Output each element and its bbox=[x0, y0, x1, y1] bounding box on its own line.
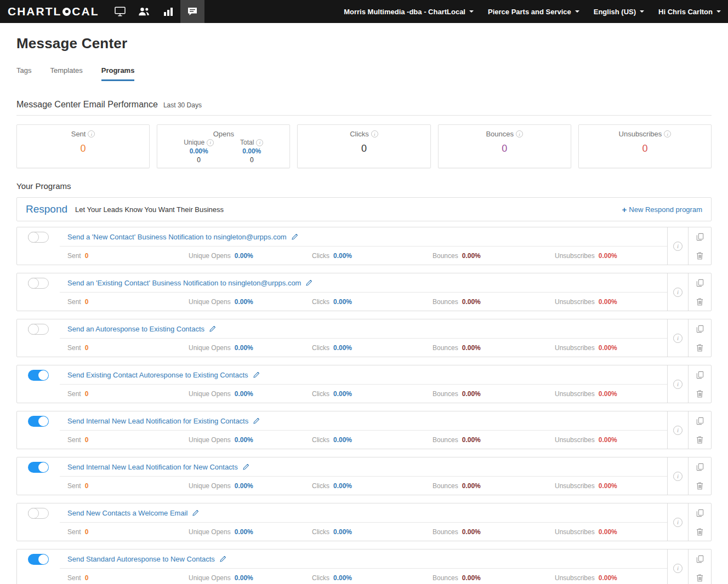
info-icon[interactable]: i bbox=[207, 139, 214, 146]
bounces-value: 0.00% bbox=[462, 528, 481, 536]
program-toggle-cell bbox=[17, 411, 60, 449]
unique-opens-label: Unique Opens bbox=[189, 574, 231, 582]
program-main: Send Existing Contact Autoresponse to Ex… bbox=[60, 365, 668, 403]
program-list: Send a 'New Contact' Business Notificati… bbox=[16, 227, 712, 584]
new-respond-program-button[interactable]: +New Respond program bbox=[622, 205, 702, 214]
unique-opens-label: Unique Opens bbox=[189, 252, 231, 260]
trash-icon[interactable] bbox=[696, 251, 703, 260]
trash-icon[interactable] bbox=[696, 343, 703, 352]
tab-tags[interactable]: Tags bbox=[16, 66, 31, 81]
company-menu[interactable]: Morris Multimedia -dba - ChartLocal bbox=[337, 8, 481, 16]
trash-icon[interactable] bbox=[696, 390, 703, 398]
edit-pencil-icon[interactable] bbox=[291, 233, 298, 241]
info-icon[interactable]: i bbox=[673, 288, 682, 297]
copy-icon[interactable] bbox=[696, 279, 704, 287]
info-icon[interactable]: i bbox=[516, 130, 523, 138]
program-title-link[interactable]: Send Internal New Lead Notification for … bbox=[67, 417, 248, 425]
bounces-card-label: Bounces bbox=[486, 130, 514, 138]
edit-pencil-icon[interactable] bbox=[242, 463, 249, 471]
copy-icon[interactable] bbox=[696, 463, 704, 471]
info-icon[interactable]: i bbox=[673, 334, 682, 343]
respond-subtitle: Let Your Leads Know You Want Their Busin… bbox=[75, 205, 224, 214]
tab-templates[interactable]: Templates bbox=[50, 66, 82, 81]
clicks-label: Clicks bbox=[312, 482, 329, 490]
program-toggle[interactable] bbox=[28, 232, 49, 243]
users-icon[interactable] bbox=[132, 0, 156, 23]
program-title-link[interactable]: Send a 'New Contact' Business Notificati… bbox=[67, 233, 287, 241]
edit-pencil-icon[interactable] bbox=[192, 509, 199, 517]
edit-pencil-icon[interactable] bbox=[219, 556, 226, 563]
info-icon[interactable]: i bbox=[256, 139, 263, 146]
clicks-label: Clicks bbox=[312, 298, 329, 306]
nav-icon-bar bbox=[108, 0, 204, 23]
unique-opens-value: 0.00% bbox=[235, 436, 253, 444]
sent-value: 0 bbox=[85, 574, 89, 582]
program-toggle-cell bbox=[17, 457, 60, 495]
toggle-knob bbox=[28, 508, 39, 519]
location-menu[interactable]: Pierce Parts and Service bbox=[481, 8, 587, 16]
program-toggle[interactable] bbox=[28, 324, 49, 335]
info-icon[interactable]: i bbox=[664, 130, 671, 138]
edit-pencil-icon[interactable] bbox=[305, 279, 312, 287]
info-icon[interactable]: i bbox=[673, 564, 682, 573]
copy-icon[interactable] bbox=[696, 555, 704, 563]
clicks-value: 0.00% bbox=[333, 482, 352, 490]
copy-icon[interactable] bbox=[696, 325, 704, 333]
edit-pencil-icon[interactable] bbox=[253, 417, 260, 425]
program-toggle[interactable] bbox=[28, 462, 49, 473]
bar-chart-icon[interactable] bbox=[156, 0, 180, 23]
program-title-link[interactable]: Send Internal New Lead Notification for … bbox=[67, 463, 238, 471]
program-title-link[interactable]: Send an Autoresponse to Existing Contact… bbox=[67, 325, 204, 333]
trash-icon[interactable] bbox=[696, 574, 703, 582]
language-menu[interactable]: English (US) bbox=[587, 8, 651, 16]
chartlocal-logo[interactable]: CHARTLCAL bbox=[0, 0, 108, 23]
copy-icon[interactable] bbox=[696, 371, 704, 379]
program-row: Send an 'Existing Contact' Business Noti… bbox=[16, 273, 712, 311]
copy-icon[interactable] bbox=[696, 233, 704, 241]
bounces-label: Bounces bbox=[433, 344, 458, 352]
info-icon[interactable]: i bbox=[88, 130, 95, 138]
info-icon[interactable]: i bbox=[371, 130, 378, 138]
trash-icon[interactable] bbox=[696, 528, 703, 536]
program-toggle[interactable] bbox=[28, 278, 49, 289]
trash-icon[interactable] bbox=[696, 436, 703, 444]
edit-pencil-icon[interactable] bbox=[209, 325, 216, 333]
unique-opens-value: 0.00% bbox=[235, 390, 253, 398]
program-toggle[interactable] bbox=[28, 370, 49, 381]
clicks-label: Clicks bbox=[312, 436, 329, 444]
program-toggle[interactable] bbox=[28, 508, 49, 519]
logo-text-right: CAL bbox=[72, 5, 99, 18]
program-title-link[interactable]: Send Standard Autoresponse to New Contac… bbox=[67, 555, 215, 563]
info-icon[interactable]: i bbox=[673, 242, 682, 251]
clicks-value: 0.00% bbox=[333, 436, 352, 444]
tab-programs[interactable]: Programs bbox=[101, 66, 135, 81]
info-icon[interactable]: i bbox=[673, 380, 682, 389]
program-toggle[interactable] bbox=[28, 554, 49, 565]
copy-icon[interactable] bbox=[696, 509, 704, 517]
bounces-label: Bounces bbox=[433, 482, 458, 490]
bounces-card-value: 0 bbox=[439, 143, 571, 154]
caret-down-icon bbox=[716, 10, 721, 13]
program-title-link[interactable]: Send New Contacts a Welcome Email bbox=[67, 509, 187, 517]
copy-icon[interactable] bbox=[696, 417, 704, 425]
unique-opens-value: 0.00% bbox=[235, 252, 253, 260]
sent-label: Sent bbox=[67, 344, 81, 352]
info-icon[interactable]: i bbox=[673, 518, 682, 527]
edit-pencil-icon[interactable] bbox=[253, 371, 260, 379]
caret-down-icon bbox=[469, 10, 474, 13]
unsubscribes-label: Unsubscribes bbox=[555, 436, 595, 444]
info-icon[interactable]: i bbox=[673, 472, 682, 481]
sent-card-value: 0 bbox=[17, 143, 149, 154]
messages-icon[interactable] bbox=[180, 0, 204, 23]
program-title-link[interactable]: Send an 'Existing Contact' Business Noti… bbox=[67, 279, 301, 287]
info-icon[interactable]: i bbox=[673, 426, 682, 435]
your-programs-heading: Your Programs bbox=[16, 181, 712, 191]
desktop-icon[interactable] bbox=[108, 0, 132, 23]
trash-icon[interactable] bbox=[696, 297, 703, 306]
program-toggle[interactable] bbox=[28, 416, 49, 427]
trash-icon[interactable] bbox=[696, 482, 703, 490]
program-title-link[interactable]: Send Existing Contact Autoresponse to Ex… bbox=[67, 371, 248, 379]
unsubscribes-card-value: 0 bbox=[579, 143, 711, 154]
clicks-card-value: 0 bbox=[298, 143, 430, 154]
user-menu[interactable]: Hi Chris Carlton bbox=[651, 8, 728, 16]
